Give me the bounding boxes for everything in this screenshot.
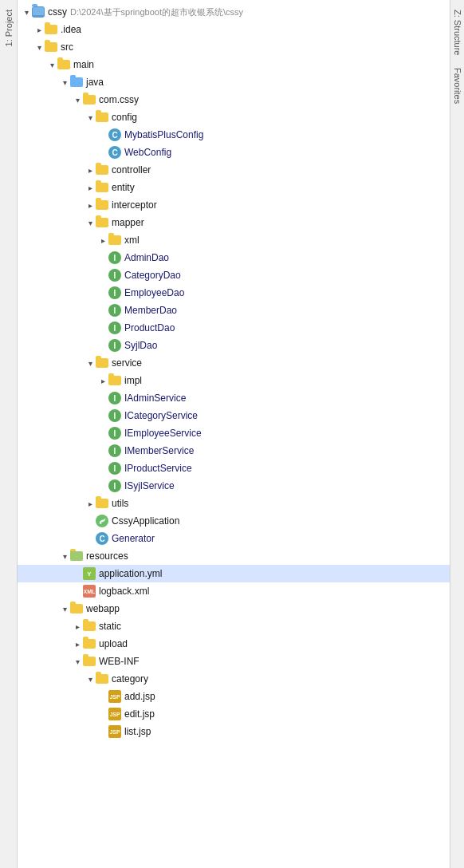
expand-arrow[interactable]	[59, 77, 70, 88]
tree-item-MybatisPlusConfig[interactable]: CMybatisPlusConfig	[18, 126, 450, 144]
tree-item-list.jsp[interactable]: JSPlist.jsp	[18, 723, 450, 740]
class-icon: C	[108, 146, 121, 159]
tree-item-upload[interactable]: upload	[18, 635, 450, 653]
tree-item-idea[interactable]: .idea	[18, 21, 450, 38]
item-label: service	[112, 357, 142, 369]
item-label: xml	[124, 235, 140, 246]
item-label: interceptor	[112, 199, 157, 211]
tree-item-entity[interactable]: entity	[18, 179, 450, 196]
tree-item-logback.xml[interactable]: XMLlogback.xml	[18, 582, 450, 600]
tree-item-application.yml[interactable]: Yapplication.yml	[18, 565, 450, 582]
tree-item-edit.jsp[interactable]: JSPedit.jsp	[18, 705, 450, 723]
item-label: MemberDao	[124, 305, 177, 316]
interface-icon: I	[108, 339, 121, 352]
collapse-arrow[interactable]	[85, 498, 96, 509]
tree-item-impl[interactable]: impl	[18, 372, 450, 389]
expand-arrow[interactable]	[85, 357, 96, 369]
collapse-arrow[interactable]	[85, 164, 96, 176]
collapse-arrow[interactable]	[85, 182, 96, 193]
interface-icon: I	[108, 251, 121, 264]
tree-item-IAdminService[interactable]: IIAdminService	[18, 389, 450, 407]
item-label: IMemberService	[124, 445, 194, 456]
tree-item-IMemberService[interactable]: IIMemberService	[18, 442, 450, 460]
tree-item-com.cssy[interactable]: com.cssy	[18, 91, 450, 108]
expand-arrow[interactable]	[59, 603, 70, 614]
expand-arrow[interactable]	[85, 217, 96, 228]
leaf-spacer	[97, 708, 108, 720]
collapse-arrow[interactable]	[97, 235, 108, 246]
folder-icon	[83, 639, 96, 649]
tree-item-xml[interactable]: xml	[18, 231, 450, 249]
tree-item-ISyjlService[interactable]: IISyjlService	[18, 477, 450, 495]
right-sidebar: Z: Structure Favorites	[450, 0, 464, 868]
folder-icon	[45, 25, 57, 34]
tree-item-IProductService[interactable]: IIProductService	[18, 460, 450, 477]
tree-item-EmployeeDao[interactable]: IEmployeeDao	[18, 284, 450, 302]
leaf-spacer	[97, 480, 108, 491]
tree-item-service[interactable]: service	[18, 354, 450, 372]
tree-item-IEmployeeService[interactable]: IIEmployeeService	[18, 424, 450, 442]
folder-icon	[83, 657, 96, 666]
leaf-spacer	[97, 270, 108, 281]
tree-item-interceptor[interactable]: interceptor	[18, 196, 450, 214]
tree-item-WebConfig[interactable]: CWebConfig	[18, 144, 450, 161]
expand-arrow[interactable]	[72, 656, 83, 667]
expand-arrow[interactable]	[72, 94, 83, 105]
leaf-spacer	[97, 691, 108, 702]
collapse-arrow[interactable]	[97, 375, 108, 386]
interface-icon: I	[108, 392, 121, 404]
item-label: ICategoryService	[124, 410, 198, 421]
tree-item-cssy[interactable]: cssy D:\2024\基于springboot的超市收银系统\cssy	[18, 3, 450, 21]
item-label: AdminDao	[124, 252, 169, 263]
item-label: edit.jsp	[124, 708, 155, 720]
tree-item-config[interactable]: config	[18, 108, 450, 126]
tree-item-webapp[interactable]: webapp	[18, 600, 450, 617]
tree-item-CssyApplication[interactable]: CssyApplication	[18, 512, 450, 530]
tree-item-MemberDao[interactable]: IMemberDao	[18, 302, 450, 319]
tree-item-WEB-INF[interactable]: WEB-INF	[18, 653, 450, 670]
expand-arrow[interactable]	[85, 112, 96, 123]
main-panel: cssy D:\2024\基于springboot的超市收银系统\cssy.id…	[18, 0, 450, 868]
tree-item-SyjlDao[interactable]: ISyjlDao	[18, 337, 450, 354]
tree-item-mapper[interactable]: mapper	[18, 214, 450, 231]
tree-item-resources[interactable]: resources	[18, 547, 450, 565]
collapse-arrow[interactable]	[72, 621, 83, 632]
tree-item-controller[interactable]: controller	[18, 161, 450, 179]
tree-item-ICategoryService[interactable]: IICategoryService	[18, 407, 450, 424]
leaf-spacer	[97, 445, 108, 456]
tree-item-src[interactable]: src	[18, 38, 450, 56]
expand-arrow[interactable]	[85, 673, 96, 685]
tree-item-utils[interactable]: utils	[18, 495, 450, 512]
tree-item-add.jsp[interactable]: JSPadd.jsp	[18, 688, 450, 705]
project-tab[interactable]: 1: Project	[2, 3, 15, 53]
interface-icon: I	[108, 444, 121, 457]
expand-arrow[interactable]	[21, 6, 32, 18]
tree-item-ProductDao[interactable]: IProductDao	[18, 319, 450, 337]
item-label: impl	[124, 375, 142, 386]
expand-arrow[interactable]	[46, 59, 57, 70]
tree-item-Generator[interactable]: CGenerator	[18, 530, 450, 547]
tree-item-static[interactable]: static	[18, 617, 450, 635]
item-label: upload	[99, 638, 128, 649]
structure-tab[interactable]: Z: Structure	[451, 3, 464, 61]
leaf-spacer	[97, 147, 108, 158]
folder-icon	[96, 165, 108, 175]
item-label: CategoryDao	[124, 270, 181, 281]
leaf-spacer	[97, 340, 108, 351]
tree-item-java[interactable]: java	[18, 73, 450, 91]
expand-arrow[interactable]	[59, 550, 70, 562]
folder-icon	[83, 95, 96, 105]
jsp-icon: JSP	[108, 708, 121, 720]
collapse-arrow[interactable]	[72, 638, 83, 649]
item-label: WebConfig	[124, 147, 171, 158]
collapse-arrow[interactable]	[85, 199, 96, 211]
tree-item-CategoryDao[interactable]: ICategoryDao	[18, 266, 450, 284]
left-toolbar: 1: Project	[0, 0, 18, 868]
expand-arrow[interactable]	[33, 41, 45, 53]
tree-item-AdminDao[interactable]: IAdminDao	[18, 249, 450, 266]
favorites-tab[interactable]: Favorites	[451, 61, 464, 110]
tree-item-main[interactable]: main	[18, 56, 450, 73]
tree-item-category[interactable]: category	[18, 670, 450, 688]
collapse-arrow[interactable]	[33, 24, 45, 35]
interface-icon: I	[108, 322, 121, 334]
